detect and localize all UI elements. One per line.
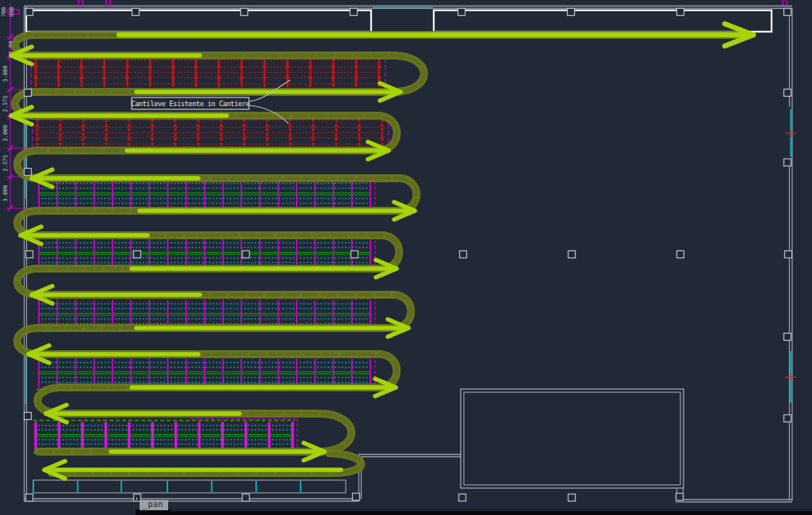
rack-red-part <box>125 76 129 78</box>
rack-red-part <box>308 76 312 78</box>
column-marker <box>677 251 684 258</box>
dimension-text: 3.000 <box>2 65 9 82</box>
dimension-text: 900 <box>9 7 15 17</box>
rack-red-part <box>79 66 83 68</box>
rack-red-part <box>194 66 198 68</box>
rack-red-part <box>354 66 358 68</box>
column-marker <box>351 251 358 258</box>
column-marker <box>568 9 575 16</box>
column-marker <box>569 494 576 502</box>
column-marker <box>784 90 791 97</box>
rack-red-part <box>308 66 312 68</box>
rack-red-part <box>102 76 106 78</box>
column-marker <box>26 9 33 16</box>
rack-red-part <box>285 76 289 78</box>
dimension-text: 3.000 <box>2 185 9 201</box>
column-marker <box>460 251 467 258</box>
rack-red-part <box>34 76 38 78</box>
annotation-text: Cantileve Esistente in Cantiere <box>131 100 250 108</box>
dimension-text: 3.000 <box>2 124 9 141</box>
column-marker <box>25 90 32 97</box>
column-marker <box>569 251 576 258</box>
column-marker <box>677 9 684 16</box>
rack-red-part <box>56 66 60 68</box>
column-marker <box>784 9 791 16</box>
rack-red-part <box>377 66 381 68</box>
column-marker <box>243 494 250 502</box>
rack-red-part <box>125 66 129 68</box>
rack-red-part <box>262 66 266 68</box>
column-marker <box>353 494 360 501</box>
column-marker <box>785 251 792 258</box>
rack-red-part <box>194 76 198 78</box>
column-marker <box>241 9 248 16</box>
rack-red-part <box>217 66 221 68</box>
rack-red-part <box>79 76 83 78</box>
rack-red-part <box>354 76 358 78</box>
column-marker <box>676 494 684 501</box>
rack-red-part <box>56 76 60 78</box>
rack-red-part <box>171 66 175 68</box>
column-marker <box>26 494 33 502</box>
pan-command-tooltip: _pan <box>140 500 168 510</box>
column-marker <box>26 251 33 258</box>
rack-red-part <box>148 66 152 68</box>
column-marker <box>458 9 465 16</box>
column-marker <box>25 169 32 176</box>
column-marker <box>350 9 358 16</box>
rack-red-part <box>217 76 221 78</box>
rack-red-part <box>262 76 266 78</box>
pan-cursor-icon: ' <box>134 496 140 506</box>
column-marker <box>784 334 791 341</box>
dimension-text: 2.575 <box>2 154 9 171</box>
rack-red-part <box>239 66 243 68</box>
rack-red-part <box>148 76 152 78</box>
rack-red-part <box>377 76 381 78</box>
column-marker <box>134 251 141 258</box>
drawing-canvas: 7009001.003.0002.5753.0002.5753.000Canti… <box>0 0 812 515</box>
rack-red-part <box>171 76 175 78</box>
column-marker <box>243 251 250 258</box>
rack-red-part <box>331 66 335 68</box>
rack-red-part <box>102 66 106 68</box>
rack-red-part <box>285 66 289 68</box>
column-marker <box>784 159 791 166</box>
dimension-text: 700 <box>1 7 7 17</box>
rack-red-part <box>239 76 243 78</box>
column-marker <box>459 494 466 502</box>
rack-red-part <box>34 66 38 68</box>
column-marker <box>132 9 140 16</box>
column-marker <box>784 415 791 422</box>
autocad-viewport[interactable]: 7009001.003.0002.5753.0002.5753.000Canti… <box>0 0 812 515</box>
column-marker <box>25 413 32 420</box>
dimension-text: 2.575 <box>2 95 9 112</box>
rack-red-part <box>331 76 335 78</box>
